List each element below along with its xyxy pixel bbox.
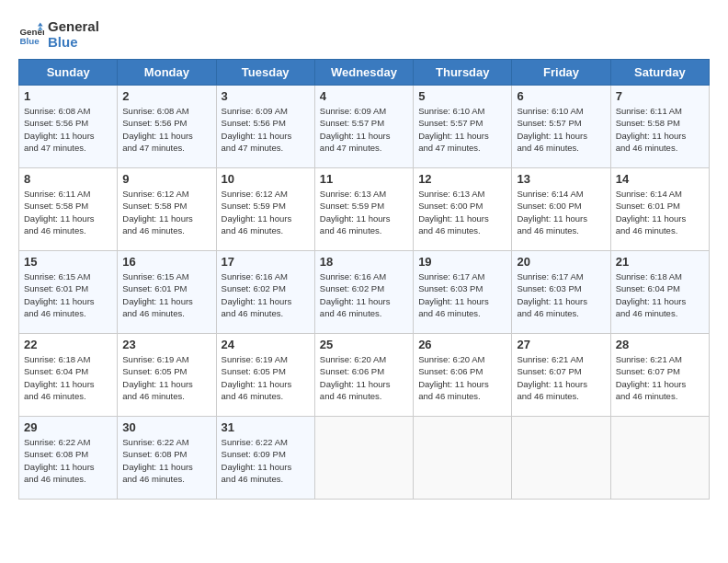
day-number: 14 <box>616 172 704 186</box>
cell-content: Sunrise: 6:18 AMSunset: 6:04 PMDaylight:… <box>616 270 704 319</box>
day-number: 30 <box>122 420 210 434</box>
cell-content: Sunrise: 6:22 AMSunset: 6:09 PMDaylight:… <box>222 436 310 485</box>
calendar-cell: 21Sunrise: 6:18 AMSunset: 6:04 PMDayligh… <box>610 251 709 334</box>
day-number: 27 <box>517 338 605 351</box>
svg-text:Blue: Blue <box>19 36 40 46</box>
day-number: 3 <box>222 89 310 103</box>
weekday-header-monday: Monday <box>118 60 216 86</box>
logo-general: General <box>48 18 99 34</box>
calendar-week-3: 15Sunrise: 6:15 AMSunset: 6:01 PMDayligh… <box>19 251 710 334</box>
cell-content: Sunrise: 6:15 AMSunset: 6:01 PMDaylight:… <box>122 270 210 319</box>
cell-content: Sunrise: 6:21 AMSunset: 6:07 PMDaylight:… <box>517 353 605 402</box>
calendar-week-5: 29Sunrise: 6:22 AMSunset: 6:08 PMDayligh… <box>19 417 710 500</box>
calendar-cell: 6Sunrise: 6:10 AMSunset: 5:57 PMDaylight… <box>512 86 610 168</box>
cell-content: Sunrise: 6:10 AMSunset: 5:57 PMDaylight:… <box>517 105 605 154</box>
calendar-cell: 13Sunrise: 6:14 AMSunset: 6:00 PMDayligh… <box>512 168 610 251</box>
weekday-header-thursday: Thursday <box>414 60 512 86</box>
day-number: 9 <box>122 172 210 186</box>
calendar-cell: 12Sunrise: 6:13 AMSunset: 6:00 PMDayligh… <box>414 168 512 251</box>
cell-content: Sunrise: 6:15 AMSunset: 6:01 PMDaylight:… <box>24 270 112 319</box>
cell-content: Sunrise: 6:14 AMSunset: 6:01 PMDaylight:… <box>616 188 704 236</box>
calendar-cell: 19Sunrise: 6:17 AMSunset: 6:03 PMDayligh… <box>414 251 512 334</box>
calendar-cell: 2Sunrise: 6:08 AMSunset: 5:56 PMDaylight… <box>118 86 216 168</box>
day-number: 29 <box>24 420 112 434</box>
calendar-cell: 4Sunrise: 6:09 AMSunset: 5:57 PMDaylight… <box>314 86 413 168</box>
calendar-cell: 9Sunrise: 6:12 AMSunset: 5:58 PMDaylight… <box>118 168 216 251</box>
cell-content: Sunrise: 6:12 AMSunset: 5:59 PMDaylight:… <box>222 188 310 236</box>
calendar-cell <box>414 417 512 500</box>
day-number: 13 <box>517 172 605 186</box>
cell-content: Sunrise: 6:19 AMSunset: 6:05 PMDaylight:… <box>222 353 310 402</box>
day-number: 4 <box>320 89 408 103</box>
day-number: 22 <box>24 338 112 351</box>
weekday-header-wednesday: Wednesday <box>314 60 413 86</box>
weekday-header-saturday: Saturday <box>610 60 709 86</box>
calendar-cell: 18Sunrise: 6:16 AMSunset: 6:02 PMDayligh… <box>314 251 413 334</box>
cell-content: Sunrise: 6:08 AMSunset: 5:56 PMDaylight:… <box>122 105 210 154</box>
calendar-cell: 23Sunrise: 6:19 AMSunset: 6:05 PMDayligh… <box>118 334 216 417</box>
cell-content: Sunrise: 6:22 AMSunset: 6:08 PMDaylight:… <box>122 436 210 485</box>
cell-content: Sunrise: 6:17 AMSunset: 6:03 PMDaylight:… <box>517 270 605 319</box>
calendar-body: 1Sunrise: 6:08 AMSunset: 5:56 PMDaylight… <box>19 86 710 500</box>
calendar-cell: 26Sunrise: 6:20 AMSunset: 6:06 PMDayligh… <box>414 334 512 417</box>
calendar-cell: 1Sunrise: 6:08 AMSunset: 5:56 PMDaylight… <box>19 86 118 168</box>
calendar-cell: 7Sunrise: 6:11 AMSunset: 5:58 PMDaylight… <box>610 86 709 168</box>
calendar-cell <box>512 417 610 500</box>
cell-content: Sunrise: 6:08 AMSunset: 5:56 PMDaylight:… <box>24 105 112 154</box>
page-header: General Blue General Blue <box>18 18 710 50</box>
cell-content: Sunrise: 6:21 AMSunset: 6:07 PMDaylight:… <box>616 353 704 402</box>
calendar-cell: 24Sunrise: 6:19 AMSunset: 6:05 PMDayligh… <box>216 334 314 417</box>
calendar-cell <box>314 417 413 500</box>
calendar-cell: 16Sunrise: 6:15 AMSunset: 6:01 PMDayligh… <box>118 251 216 334</box>
calendar-week-1: 1Sunrise: 6:08 AMSunset: 5:56 PMDaylight… <box>19 86 710 168</box>
day-number: 19 <box>418 255 506 269</box>
calendar-week-4: 22Sunrise: 6:18 AMSunset: 6:04 PMDayligh… <box>19 334 710 417</box>
cell-content: Sunrise: 6:13 AMSunset: 5:59 PMDaylight:… <box>320 188 408 236</box>
logo: General Blue General Blue <box>18 18 99 50</box>
calendar-table: SundayMondayTuesdayWednesdayThursdayFrid… <box>18 59 710 500</box>
cell-content: Sunrise: 6:22 AMSunset: 6:08 PMDaylight:… <box>24 436 112 485</box>
day-number: 23 <box>122 338 210 351</box>
calendar-cell: 10Sunrise: 6:12 AMSunset: 5:59 PMDayligh… <box>216 168 314 251</box>
cell-content: Sunrise: 6:16 AMSunset: 6:02 PMDaylight:… <box>320 270 408 319</box>
day-number: 18 <box>320 255 408 269</box>
calendar-cell: 31Sunrise: 6:22 AMSunset: 6:09 PMDayligh… <box>216 417 314 500</box>
cell-content: Sunrise: 6:13 AMSunset: 6:00 PMDaylight:… <box>418 188 506 236</box>
calendar-cell: 5Sunrise: 6:10 AMSunset: 5:57 PMDaylight… <box>414 86 512 168</box>
calendar-cell: 14Sunrise: 6:14 AMSunset: 6:01 PMDayligh… <box>610 168 709 251</box>
calendar-cell: 27Sunrise: 6:21 AMSunset: 6:07 PMDayligh… <box>512 334 610 417</box>
day-number: 31 <box>222 420 310 434</box>
weekday-header-friday: Friday <box>512 60 610 86</box>
day-number: 25 <box>320 338 408 351</box>
calendar-cell: 20Sunrise: 6:17 AMSunset: 6:03 PMDayligh… <box>512 251 610 334</box>
day-number: 16 <box>122 255 210 269</box>
day-number: 6 <box>517 89 605 103</box>
cell-content: Sunrise: 6:16 AMSunset: 6:02 PMDaylight:… <box>222 270 310 319</box>
cell-content: Sunrise: 6:14 AMSunset: 6:00 PMDaylight:… <box>517 188 605 236</box>
day-number: 11 <box>320 172 408 186</box>
calendar-cell: 15Sunrise: 6:15 AMSunset: 6:01 PMDayligh… <box>19 251 118 334</box>
calendar-week-2: 8Sunrise: 6:11 AMSunset: 5:58 PMDaylight… <box>19 168 710 251</box>
cell-content: Sunrise: 6:09 AMSunset: 5:56 PMDaylight:… <box>222 105 310 154</box>
day-number: 12 <box>418 172 506 186</box>
calendar-cell: 17Sunrise: 6:16 AMSunset: 6:02 PMDayligh… <box>216 251 314 334</box>
calendar-header: SundayMondayTuesdayWednesdayThursdayFrid… <box>19 60 710 86</box>
cell-content: Sunrise: 6:11 AMSunset: 5:58 PMDaylight:… <box>24 188 112 236</box>
calendar-cell: 28Sunrise: 6:21 AMSunset: 6:07 PMDayligh… <box>610 334 709 417</box>
calendar-cell: 30Sunrise: 6:22 AMSunset: 6:08 PMDayligh… <box>118 417 216 500</box>
day-number: 1 <box>24 89 112 103</box>
day-number: 28 <box>616 338 704 351</box>
svg-marker-2 <box>38 22 43 26</box>
weekday-header-tuesday: Tuesday <box>216 60 314 86</box>
logo-icon: General Blue <box>18 21 44 47</box>
calendar-cell: 22Sunrise: 6:18 AMSunset: 6:04 PMDayligh… <box>19 334 118 417</box>
weekday-header-sunday: Sunday <box>19 60 118 86</box>
cell-content: Sunrise: 6:17 AMSunset: 6:03 PMDaylight:… <box>418 270 506 319</box>
cell-content: Sunrise: 6:19 AMSunset: 6:05 PMDaylight:… <box>122 353 210 402</box>
calendar-cell: 11Sunrise: 6:13 AMSunset: 5:59 PMDayligh… <box>314 168 413 251</box>
cell-content: Sunrise: 6:11 AMSunset: 5:58 PMDaylight:… <box>616 105 704 154</box>
day-number: 26 <box>418 338 506 351</box>
weekday-header-row: SundayMondayTuesdayWednesdayThursdayFrid… <box>19 60 710 86</box>
calendar-cell: 3Sunrise: 6:09 AMSunset: 5:56 PMDaylight… <box>216 86 314 168</box>
day-number: 10 <box>222 172 310 186</box>
